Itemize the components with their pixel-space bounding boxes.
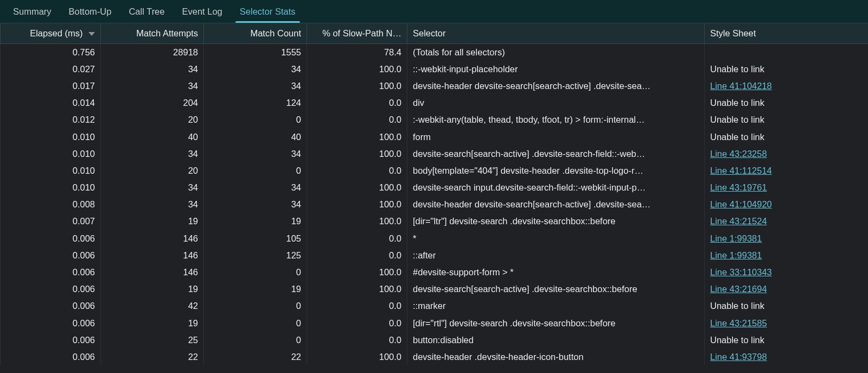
col-header-selector[interactable]: Selector (407, 23, 705, 44)
style-sheet-link[interactable]: Line 33:110343 (710, 267, 772, 277)
cell-sheet: Unable to link (705, 298, 869, 314)
table-row[interactable]: 0.0061460100.0#devsite-support-form > *L… (1, 264, 869, 281)
cell-sheet[interactable]: Line 43:21694 (705, 281, 869, 298)
style-sheet-link[interactable]: Line 43:23258 (710, 149, 767, 159)
col-header-elapsed[interactable]: Elapsed (ms) (1, 23, 101, 44)
cell-count: 34 (204, 179, 307, 196)
cell-elapsed: 0.756 (1, 44, 101, 61)
table-row[interactable]: 0.0273434100.0::-webkit-input-placeholde… (1, 61, 869, 78)
table-row[interactable]: 0.0061900.0[dir="rtl"] devsite-search .d… (1, 315, 869, 332)
col-header-slow[interactable]: % of Slow-Path N… (307, 23, 407, 44)
tab-event-log[interactable]: Event Log (173, 0, 231, 23)
table-row[interactable]: 0.0061919100.0devsite-search[search-acti… (1, 281, 869, 298)
cell-elapsed: 0.006 (1, 349, 101, 365)
cell-count: 105 (204, 230, 307, 247)
table-row[interactable]: 0.0061461050.0*Line 1:99381 (1, 230, 869, 247)
table-row[interactable]: 0.0062500.0button:disabledUnable to link (1, 332, 869, 349)
table-row[interactable]: 0.0102000.0body[template="404"] devsite-… (1, 162, 869, 179)
cell-count: 0 (204, 111, 307, 128)
cell-attempts: 19 (101, 213, 204, 230)
cell-sheet[interactable]: Line 43:21585 (705, 315, 869, 332)
cell-slow: 0.0 (307, 315, 407, 332)
cell-sheet: Unable to link (705, 332, 869, 349)
table-row[interactable]: 0.0122000.0:-webkit-any(table, thead, tb… (1, 111, 869, 128)
style-sheet-link[interactable]: Line 41:112514 (710, 166, 772, 175)
cell-count: 124 (204, 94, 307, 111)
cell-slow: 100.0 (307, 128, 407, 145)
style-sheet-link[interactable]: Line 41:104218 (710, 81, 772, 91)
cell-attempts: 146 (101, 247, 204, 264)
cell-sheet[interactable]: Line 41:112514 (705, 162, 869, 179)
cell-sheet[interactable]: Line 41:104218 (705, 78, 869, 94)
cell-slow: 100.0 (307, 349, 407, 365)
table-row[interactable]: 0.0173434100.0devsite-header devsite-sea… (1, 78, 869, 94)
cell-sheet[interactable]: Line 41:93798 (705, 349, 869, 365)
style-sheet-link[interactable]: Line 43:19761 (710, 182, 767, 192)
cell-sheet (705, 44, 869, 61)
table-row[interactable]: 0.0142041240.0divUnable to link (1, 94, 869, 111)
cell-attempts: 204 (101, 94, 204, 111)
cell-sheet[interactable]: Line 43:23258 (705, 146, 869, 162)
table-row[interactable]: 0.0064200.0::markerUnable to link (1, 298, 869, 314)
style-sheet-link[interactable]: Line 43:21694 (710, 284, 767, 294)
tab-summary[interactable]: Summary (4, 0, 60, 23)
cell-count: 34 (204, 78, 307, 94)
cell-count: 0 (204, 264, 307, 281)
table-row[interactable]: 0.0103434100.0devsite-search input.devsi… (1, 179, 869, 196)
col-header-elapsed-label: Elapsed (ms) (30, 28, 82, 38)
cell-sheet[interactable]: Line 1:99381 (705, 230, 869, 247)
cell-sheet[interactable]: Line 1:99381 (705, 247, 869, 264)
cell-selector: devsite-search input.devsite-search-fiel… (407, 179, 705, 196)
tab-bottom-up[interactable]: Bottom-Up (60, 0, 120, 23)
style-sheet-link[interactable]: Line 1:99381 (710, 250, 762, 260)
cell-slow: 78.4 (307, 44, 407, 61)
col-header-sheet[interactable]: Style Sheet (705, 23, 869, 44)
cell-elapsed: 0.007 (1, 213, 101, 230)
table-row[interactable]: 0.0103434100.0devsite-search[search-acti… (1, 146, 869, 162)
cell-elapsed: 0.006 (1, 281, 101, 298)
cell-selector: div (407, 94, 705, 111)
cell-selector: devsite-header devsite-search[search-act… (407, 196, 705, 213)
cell-selector: :-webkit-any(table, thead, tbody, tfoot,… (407, 111, 705, 128)
cell-selector: form (407, 128, 705, 145)
cell-sheet[interactable]: Line 41:104920 (705, 196, 869, 213)
cell-slow: 0.0 (307, 94, 407, 111)
table-row[interactable]: 0.0071919100.0[dir="ltr"] devsite-search… (1, 213, 869, 230)
tab-call-tree[interactable]: Call Tree (120, 0, 173, 23)
cell-attempts: 34 (101, 146, 204, 162)
cell-slow: 100.0 (307, 78, 407, 94)
cell-sheet[interactable]: Line 33:110343 (705, 264, 869, 281)
cell-attempts: 20 (101, 162, 204, 179)
col-header-attempts[interactable]: Match Attempts (101, 23, 204, 44)
cell-sheet[interactable]: Line 43:19761 (705, 179, 869, 196)
table-row[interactable]: 0.0062222100.0devsite-header .devsite-he… (1, 349, 869, 365)
cell-elapsed: 0.027 (1, 61, 101, 78)
style-sheet-link[interactable]: Line 1:99381 (710, 233, 762, 243)
cell-count: 34 (204, 196, 307, 213)
cell-selector: devsite-header .devsite-header-icon-butt… (407, 349, 705, 365)
cell-attempts: 34 (101, 61, 204, 78)
style-sheet-link[interactable]: Line 43:21524 (710, 216, 767, 226)
col-header-count[interactable]: Match Count (204, 23, 307, 44)
style-sheet-link[interactable]: Line 41:93798 (710, 352, 767, 362)
tab-selector-stats[interactable]: Selector Stats (231, 0, 304, 23)
details-tabs: SummaryBottom-UpCall TreeEvent LogSelect… (0, 0, 868, 23)
table-row[interactable]: 0.0083434100.0devsite-header devsite-sea… (1, 196, 869, 213)
cell-sheet[interactable]: Line 43:21524 (705, 213, 869, 230)
cell-count: 19 (204, 281, 307, 298)
table-row[interactable]: 0.0061461250.0::afterLine 1:99381 (1, 247, 869, 264)
cell-slow: 0.0 (307, 230, 407, 247)
style-sheet-link[interactable]: Line 43:21585 (710, 318, 767, 328)
cell-selector: [dir="ltr"] devsite-search .devsite-sear… (407, 213, 705, 230)
cell-attempts: 34 (101, 78, 204, 94)
cell-attempts: 20 (101, 111, 204, 128)
cell-selector: (Totals for all selectors) (407, 44, 705, 61)
cell-elapsed: 0.006 (1, 247, 101, 264)
table-row[interactable]: 0.0104040100.0formUnable to link (1, 128, 869, 145)
cell-count: 125 (204, 247, 307, 264)
cell-selector: * (407, 230, 705, 247)
style-sheet-link[interactable]: Line 41:104920 (710, 199, 772, 209)
cell-attempts: 34 (101, 196, 204, 213)
cell-elapsed: 0.006 (1, 298, 101, 314)
table-row[interactable]: 0.75628918155578.4(Totals for all select… (1, 44, 869, 61)
